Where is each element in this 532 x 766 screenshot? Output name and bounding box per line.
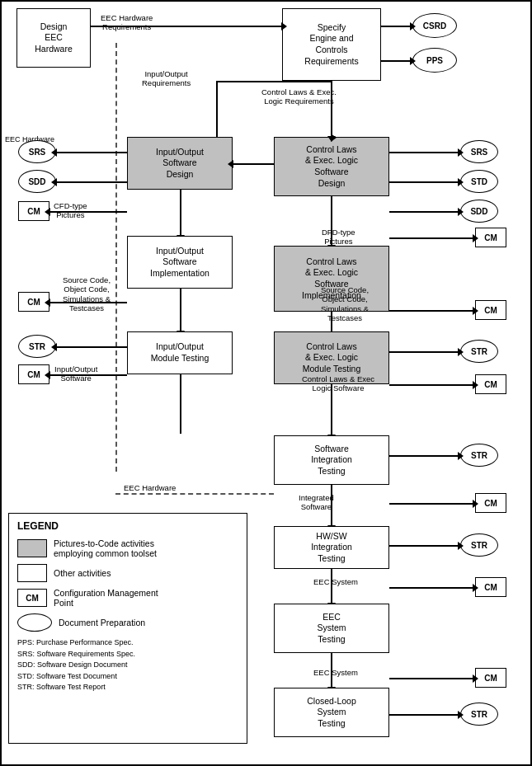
- legend-gray-text: Pictures-to-Code activitiesemploying com…: [54, 538, 157, 558]
- legend-title: LEGEND: [17, 520, 238, 532]
- arrow-eec-sys2: [389, 678, 473, 679]
- legend-gray-box: [17, 539, 47, 557]
- std-right-oval: STD: [460, 170, 498, 193]
- design-eec-box: DesignEECHardware: [16, 8, 91, 68]
- cm-hwsw-box: CM: [475, 577, 506, 597]
- label-cl-logic-sw: Control Laws & ExecLogic Software: [289, 374, 388, 393]
- csrd-oval: CSRD: [412, 13, 457, 38]
- label-src-left: Source Code,Object Code,Simulations &Tes…: [49, 275, 124, 313]
- arrow-io-sw-design: [233, 163, 274, 165]
- arrow-str-right: [389, 351, 459, 353]
- label-io-req: Input/OutputRequirements: [142, 69, 191, 88]
- eec-sys-test-box: EECSystemTesting: [274, 604, 389, 653]
- label-cl-req: Control Laws & Exec.Logic Requirements: [261, 87, 337, 106]
- legend-item-cm: CM Configuration ManagementPoint: [17, 588, 238, 608]
- str-closed-oval: STR: [460, 703, 498, 726]
- legend-notes: PPS: Purchase Performance Spec. SRS: Sof…: [17, 637, 238, 693]
- label-dfd: DFD-typePictures: [322, 228, 355, 247]
- str-right-oval: STR: [460, 340, 498, 363]
- arrow-str-sw-int: [389, 455, 459, 457]
- arrow-specify-csrd: [381, 26, 411, 27]
- arrow-eec-sys-down: [331, 653, 332, 688]
- cm-sw-int-box: CM: [475, 493, 506, 513]
- arrow-sdd-right: [389, 211, 459, 213]
- arrow-io-design-impl: [180, 190, 181, 236]
- cm-eec-sys-box: CM: [475, 668, 506, 688]
- closed-loop-box: Closed-LoopSystemTesting: [274, 688, 389, 737]
- arrow-cl-sw-right: [389, 384, 473, 386]
- str-hwsw-oval: STR: [460, 533, 498, 557]
- arrow-str-left: [56, 346, 127, 348]
- io-sw-design-box: Input/OutputSoftwareDesign: [127, 137, 233, 190]
- label-io-software: Input/OutputSoftware: [54, 364, 97, 383]
- pps-oval: PPS: [412, 48, 457, 73]
- legend-item-white: Other activities: [17, 564, 238, 582]
- legend-oval-shape: [17, 613, 52, 632]
- label-src-right: Source Code,Object Code,Simulations &Tes…: [304, 285, 386, 323]
- arrow-io-req-v: [216, 81, 218, 137]
- arrow-str-closed: [389, 714, 459, 716]
- io-sw-impl-box: Input/OutputSoftwareImplementation: [127, 236, 233, 289]
- arrow-srs-right: [389, 152, 459, 153]
- label-cfd: CFD-typePictures: [54, 201, 87, 220]
- arrow-cl-sw-design: [331, 81, 332, 137]
- srs-right-oval: SRS: [460, 140, 498, 163]
- arrow-specify-pps: [381, 60, 411, 62]
- label-eec-sys2: EEC System: [313, 668, 358, 677]
- legend-white-box: [17, 564, 47, 582]
- hwsw-int-test-box: HW/SWIntegrationTesting: [274, 526, 389, 569]
- arrow-cm-right1: [389, 237, 473, 239]
- str-sw-int-oval: STR: [460, 444, 498, 467]
- legend-item-gray: Pictures-to-Code activitiesemploying com…: [17, 538, 238, 558]
- sdd-right-oval: SDD: [460, 200, 498, 223]
- label-integrated-sw: IntegratedSoftware: [299, 493, 334, 512]
- cm-right3-box: CM: [475, 374, 506, 394]
- arrow-sw-int-down: [331, 485, 332, 526]
- label-eec-sys1: EEC System: [313, 577, 358, 586]
- arrow-io-req-h: [216, 81, 332, 82]
- dashed-line-main: [115, 43, 117, 472]
- arrow-cl-design-impl: [331, 196, 332, 246]
- cm-right1-box: CM: [475, 228, 506, 247]
- cl-sw-design-box: Control Laws& Exec. LogicSoftwareDesign: [274, 137, 389, 196]
- diagram-container: DesignEECHardware SpecifyEngine andContr…: [0, 0, 532, 766]
- cm-right2-box: CM: [475, 300, 506, 320]
- arrow-integrated-sw: [389, 503, 473, 505]
- arrow-std-right: [389, 181, 459, 183]
- specify-engine-box: SpecifyEngine andControlsRequirements: [282, 8, 381, 81]
- arrow-sdd-left: [56, 181, 127, 183]
- arrow-io-impl-test: [180, 289, 181, 331]
- legend-oval-text: Document Preparation: [59, 618, 145, 627]
- arrow-io-test-down: [180, 374, 181, 434]
- sw-int-test-box: SoftwareIntegrationTesting: [274, 435, 389, 485]
- arrow-hwsw-down: [331, 569, 332, 604]
- legend-white-text: Other activities: [54, 568, 111, 578]
- label-eec-hw-bottom: EEC Hardware: [124, 483, 176, 492]
- legend-item-oval: Document Preparation: [17, 613, 238, 632]
- legend-box: LEGEND Pictures-to-Code activitiesemploy…: [8, 513, 247, 744]
- arrow-eec-sys1: [389, 587, 473, 589]
- dashed-line-hw: [115, 493, 274, 495]
- arrow-cl-test-sw-int: [331, 384, 332, 435]
- io-mod-test-box: Input/OutputModule Testing: [127, 331, 233, 374]
- legend-cm-text: Configuration ManagementPoint: [54, 588, 158, 608]
- arrow-srs-left: [56, 152, 127, 153]
- label-eec-hw-req: EEC HardwareRequirements: [101, 13, 153, 32]
- arrow-src-right: [389, 310, 473, 312]
- legend-cm-box: CM: [17, 589, 47, 607]
- arrow-str-hwsw: [389, 545, 459, 547]
